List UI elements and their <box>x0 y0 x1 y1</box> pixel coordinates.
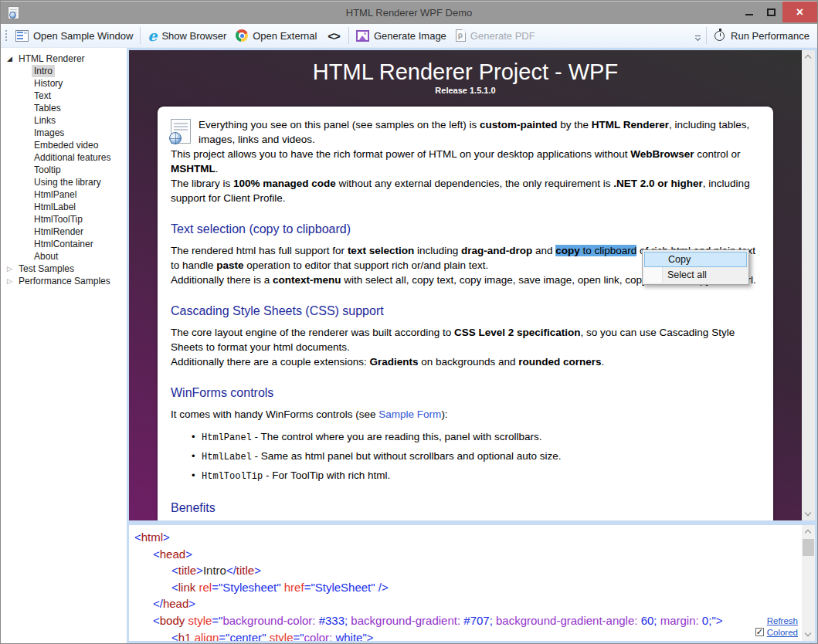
intro-paragraph: Everything you see on this panel (see sa… <box>171 117 760 205</box>
content-card: Everything you see on this panel (see sa… <box>158 107 773 520</box>
code-line: <head> <box>134 546 799 563</box>
maximize-button[interactable] <box>760 2 782 22</box>
code-panel-scrollbar[interactable] <box>802 525 815 641</box>
close-button[interactable]: × <box>782 2 817 22</box>
tree-item-performance-samples[interactable]: ▷ Performance Samples <box>1 275 127 287</box>
toolbar-grip[interactable] <box>4 29 8 42</box>
tree-collapsed-icon[interactable]: ▷ <box>7 265 16 273</box>
show-browser-button[interactable]: e Show Browser <box>143 28 231 44</box>
tree-item-test-samples[interactable]: ▷ Test Samples <box>1 263 127 275</box>
html-render-panel[interactable]: HTML Renderer Project - WPF Release 1.5.… <box>127 48 817 523</box>
tree-item-about[interactable]: About <box>1 250 127 263</box>
page-title: HTML Renderer Project - WPF <box>129 59 802 85</box>
release-label: Release 1.5.1.0 <box>129 86 802 95</box>
tree-collapsed-icon[interactable]: ▷ <box>7 277 16 285</box>
sample-window-icon <box>15 30 29 42</box>
code-icon: <> <box>326 29 341 42</box>
open-sample-window-button[interactable]: Open Sample Window <box>11 28 137 44</box>
chevron-down-icon <box>804 630 810 636</box>
close-icon: × <box>796 6 803 19</box>
context-menu: Copy Select all <box>642 249 749 285</box>
tree-item-history[interactable]: History <box>1 77 127 90</box>
tree-item-additional-features[interactable]: Additional features <box>1 151 127 164</box>
run-performance-button[interactable]: Run Performance <box>709 26 814 45</box>
list-item: HtmlLabel - Same as html panel but witho… <box>202 449 760 465</box>
tree-expanded-icon[interactable]: ◢ <box>7 55 16 63</box>
code-line: <body style="background-color: #333; bac… <box>134 612 799 629</box>
scroll-up-button[interactable] <box>802 525 815 538</box>
tree-item-intro[interactable]: Intro <box>1 65 127 77</box>
code-line: <h1 align="center" style="color: white"> <box>134 629 799 643</box>
pdf-icon <box>456 29 466 42</box>
html-source-editor[interactable]: <html> <head> <title>Intro</title> <link… <box>127 523 817 643</box>
generate-image-button[interactable]: Generate Image <box>351 28 451 44</box>
tree-item-htmlpanel[interactable]: HtmlPanel <box>1 188 127 201</box>
winforms-paragraph: It comes with handy WinForms controls (s… <box>171 407 760 422</box>
refresh-link[interactable]: Refresh <box>767 616 798 625</box>
colored-link[interactable]: Colored <box>767 628 798 637</box>
css-paragraph: The core layout engine of the renderer w… <box>171 325 760 369</box>
tree-item-htmlcontainer[interactable]: HtmlContainer <box>1 238 127 250</box>
list-item: HtmlToolTip - For ToolTip with rich html… <box>202 468 760 484</box>
code-line: </head> <box>134 595 799 612</box>
code-line: <title>Intro</title> <box>134 562 799 579</box>
section-heading-benefits: Benefits <box>171 500 760 515</box>
titlebar: HTML Renderer WPF Demo × <box>1 1 817 24</box>
scroll-up-button[interactable] <box>802 50 815 63</box>
tree-item-using-the-library[interactable]: Using the library <box>1 176 127 188</box>
sample-form-link[interactable]: Sample Form <box>378 408 441 420</box>
window-title: HTML Renderer WPF Demo <box>1 7 817 19</box>
tree-item-htmllabel[interactable]: HtmlLabel <box>1 201 127 213</box>
toolbar: Open Sample Window e Show Browser Open E… <box>1 24 817 48</box>
chevron-down-icon <box>695 36 701 41</box>
chevron-up-icon <box>804 530 810 536</box>
chrome-icon <box>236 29 248 42</box>
toolbar-overflow-button[interactable] <box>695 36 701 41</box>
toolbar-separator <box>140 27 141 44</box>
winforms-list: HtmlPanel - The control where you are re… <box>171 429 760 484</box>
tree-item-embeded-video[interactable]: Embeded video <box>1 139 127 151</box>
app-window: HTML Renderer WPF Demo × Open Sample Win… <box>0 0 818 644</box>
maximize-icon <box>767 8 776 16</box>
section-heading-css: Cascading Style Sheets (CSS) support <box>171 303 760 318</box>
view-source-button[interactable]: <> <box>321 27 346 45</box>
tree-item-text[interactable]: Text <box>1 90 127 102</box>
scroll-down-button[interactable] <box>802 628 815 641</box>
context-menu-copy[interactable]: Copy <box>644 252 747 267</box>
samples-tree: ◢ HTML Renderer Intro History Text Table… <box>1 48 127 643</box>
minimize-button[interactable] <box>738 2 760 22</box>
html-panel-scrollbar[interactable] <box>802 50 815 520</box>
generate-pdf-button: Generate PDF <box>451 27 540 44</box>
section-heading-winforms: WinForms controls <box>171 385 760 400</box>
chevron-down-icon <box>804 510 810 516</box>
image-icon <box>356 30 369 42</box>
tree-item-html-renderer[interactable]: ◢ HTML Renderer <box>1 53 127 65</box>
toolbar-separator <box>348 27 349 44</box>
tree-item-htmlrender[interactable]: HtmlRender <box>1 225 127 238</box>
section-heading-text-selection: Text selection (copy to clipboard) <box>171 222 760 236</box>
tree-item-tables[interactable]: Tables <box>1 102 127 114</box>
tree-item-images[interactable]: Images <box>1 127 127 139</box>
ie-browser-icon: e <box>148 30 157 42</box>
code-line: <html> <box>134 529 799 546</box>
open-external-button[interactable]: Open External <box>231 27 321 44</box>
page-globe-icon <box>171 119 191 144</box>
context-menu-select-all[interactable]: Select all <box>644 267 747 283</box>
stopwatch-icon <box>714 29 726 42</box>
colored-checkbox[interactable] <box>755 628 764 636</box>
minimize-icon <box>745 14 753 15</box>
code-line: <link rel="Stylesheet" href="StyleSheet"… <box>134 579 799 596</box>
tree-item-htmltooltip[interactable]: HtmlToolTip <box>1 213 127 225</box>
list-item: HtmlPanel - The control where you are re… <box>202 429 760 446</box>
tree-item-tooltip[interactable]: Tooltip <box>1 164 127 176</box>
scroll-down-button[interactable] <box>802 507 815 520</box>
chevron-up-icon <box>804 55 810 61</box>
scrollbar-thumb[interactable] <box>803 539 814 556</box>
toolbar-separator <box>706 27 707 44</box>
tree-item-links[interactable]: Links <box>1 114 127 127</box>
